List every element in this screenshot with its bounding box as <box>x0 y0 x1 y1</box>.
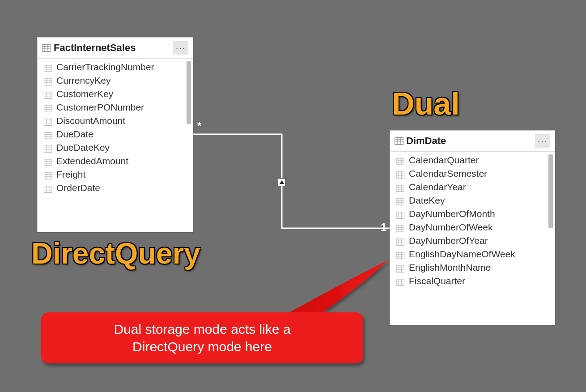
column-icon <box>396 157 404 164</box>
field-item[interactable]: Freight <box>38 168 193 181</box>
field-label: EnglishMonthName <box>409 262 491 273</box>
field-label: CustomerPONumber <box>56 102 144 113</box>
scrollbar-thumb[interactable] <box>187 61 191 124</box>
table-header: FactInternetSales ··· <box>38 38 193 59</box>
field-label: DayNumberOfWeek <box>409 222 493 233</box>
filter-direction-arrow <box>278 178 286 186</box>
field-label: CurrencyKey <box>56 75 110 86</box>
column-icon <box>396 170 404 177</box>
field-item[interactable]: CalendarSemester <box>390 167 555 180</box>
field-item[interactable]: DiscountAmount <box>38 114 193 128</box>
column-icon <box>396 210 404 217</box>
column-icon <box>396 251 404 258</box>
field-item[interactable]: EnglishMonthName <box>390 261 555 274</box>
field-list: CarrierTrackingNumber CurrencyKey Custom… <box>38 59 193 233</box>
column-icon <box>396 237 404 244</box>
column-icon <box>44 144 52 151</box>
cardinality-many: * <box>197 120 201 132</box>
field-label: DayNumberOfMonth <box>409 209 495 219</box>
field-item[interactable]: OrderDate <box>38 181 193 195</box>
field-label: OrderDate <box>56 183 100 193</box>
field-item[interactable]: DayNumberOfYear <box>390 234 555 247</box>
field-item[interactable]: CustomerKey <box>38 87 193 101</box>
field-item[interactable]: DayNumberOfMonth <box>390 207 555 221</box>
field-item[interactable]: DateKey <box>390 194 555 207</box>
scrollbar-thumb[interactable] <box>548 154 553 228</box>
field-label: ExtendedAmount <box>56 156 128 166</box>
column-icon <box>44 104 52 111</box>
field-label: DueDateKey <box>56 142 110 153</box>
field-item[interactable]: CarrierTrackingNumber <box>38 60 193 74</box>
annotation-callout: Dual storage mode acts like a DirectQuer… <box>41 312 363 363</box>
column-icon <box>44 117 52 124</box>
field-item[interactable]: DayNumberOfWeek <box>390 221 555 234</box>
column-icon <box>44 131 52 138</box>
field-label: DueDate <box>56 129 93 140</box>
field-label: Freight <box>56 169 85 180</box>
callout-line-2: DirectQuery mode here <box>55 338 350 355</box>
field-label: EnglishDayNameOfWeek <box>409 249 515 260</box>
field-item[interactable]: ExtendedAmount <box>38 154 193 168</box>
field-item[interactable]: CalendarQuarter <box>390 153 555 167</box>
field-label: FiscalQuarter <box>409 276 465 286</box>
label-dual: Dual <box>392 86 460 122</box>
field-item[interactable]: FiscalQuarter <box>390 274 555 288</box>
table-icon <box>395 137 403 145</box>
field-label: CalendarYear <box>409 182 466 192</box>
field-label: CarrierTrackingNumber <box>56 62 154 72</box>
column-icon <box>396 277 404 285</box>
table-dim-date[interactable]: DimDate ··· CalendarQuarter CalendarSeme… <box>390 130 555 325</box>
table-title: FactInternetSales <box>54 42 173 54</box>
column-icon <box>396 264 404 271</box>
field-item[interactable]: CalendarYear <box>390 180 555 194</box>
more-options-button[interactable]: ··· <box>173 41 188 55</box>
column-icon <box>44 171 52 178</box>
column-icon <box>396 197 404 204</box>
table-header: DimDate ··· <box>390 131 555 152</box>
field-item[interactable]: DueDate <box>38 128 193 141</box>
field-label: CustomerKey <box>56 89 113 99</box>
column-icon <box>44 158 52 165</box>
column-icon <box>44 90 52 98</box>
callout-line-1: Dual storage mode acts like a <box>55 320 350 338</box>
column-icon <box>396 183 404 191</box>
cardinality-one: 1 <box>381 221 386 234</box>
column-icon <box>44 184 52 192</box>
field-item[interactable]: DueDateKey <box>38 141 193 154</box>
field-list: CalendarQuarter CalendarSemester Calenda… <box>390 152 555 326</box>
column-icon <box>44 77 52 84</box>
more-options-button[interactable]: ··· <box>535 134 550 148</box>
field-item[interactable]: EnglishDayNameOfWeek <box>390 247 555 261</box>
table-title: DimDate <box>406 135 535 147</box>
field-item[interactable]: CurrencyKey <box>38 74 193 87</box>
field-label: DiscountAmount <box>56 115 125 126</box>
field-label: CalendarQuarter <box>409 155 479 166</box>
field-item[interactable]: CustomerPONumber <box>38 101 193 114</box>
column-icon <box>44 64 52 71</box>
table-fact-internet-sales[interactable]: FactInternetSales ··· CarrierTrackingNum… <box>37 37 193 232</box>
field-label: CalendarSemester <box>409 168 487 179</box>
field-label: DateKey <box>409 195 445 206</box>
table-icon <box>42 44 51 52</box>
field-label: DayNumberOfYear <box>409 235 488 246</box>
column-icon <box>396 224 404 231</box>
label-directquery: DirectQuery <box>31 236 200 270</box>
